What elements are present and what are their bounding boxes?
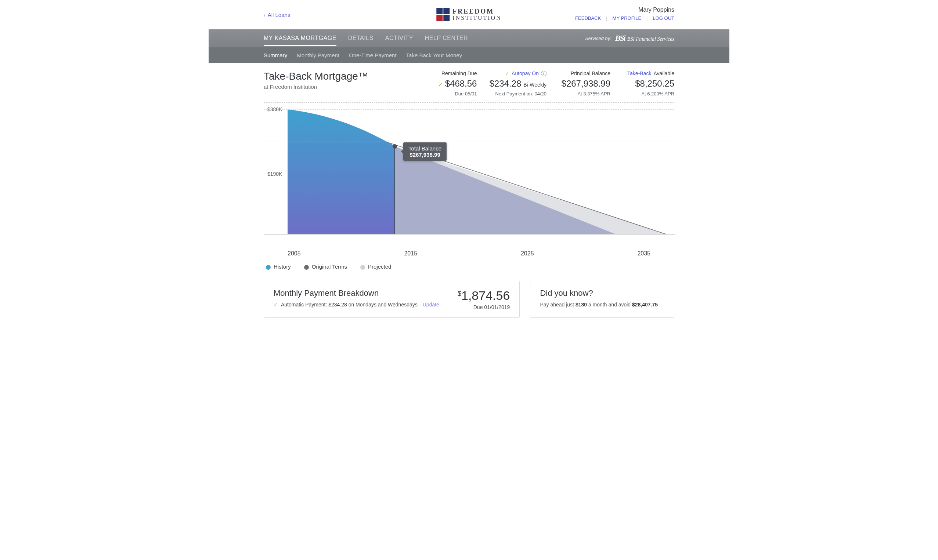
- subtab-one-time-payment[interactable]: One-Time Payment: [349, 52, 396, 58]
- update-autopay-link[interactable]: Update: [423, 302, 439, 308]
- summary-header: Take-Back Mortgage™ at Freedom Instituti…: [264, 68, 674, 103]
- topbar: ‹ All Loans FREEDOM INSTITUTION Mary Pop…: [208, 0, 730, 29]
- tab-my-kasasa-mortgage[interactable]: MY KASASA MORTGAGE: [264, 30, 336, 46]
- check-icon: ✓: [274, 302, 278, 308]
- feedback-link[interactable]: FEEDBACK: [575, 15, 601, 21]
- subtab-summary[interactable]: Summary: [264, 52, 287, 58]
- serviced-label: Serviced by:: [585, 35, 611, 41]
- card-did-you-know: Did you know? Pay ahead just $130 a mont…: [530, 281, 674, 318]
- legend-item-projected: Projected: [360, 263, 391, 270]
- legend-item-history: History: [266, 263, 291, 270]
- subtab-monthly-payment[interactable]: Monthly Payment: [297, 52, 339, 58]
- brand-mark-icon: [436, 8, 449, 21]
- tooltip-value: $267,938.99: [409, 152, 441, 158]
- balance-chart: $380K $190K: [264, 106, 674, 245]
- log-out-link[interactable]: LOG OUT: [653, 15, 674, 21]
- chart-svg: [264, 106, 675, 238]
- breakdown-due: Due 01/01/2019: [458, 304, 510, 310]
- x-tick: 2025: [521, 250, 534, 257]
- tab-help-center[interactable]: HELP CENTER: [425, 30, 468, 46]
- back-all-loans-link[interactable]: ‹ All Loans: [264, 12, 290, 18]
- breakdown-heading: Monthly Payment Breakdown: [274, 288, 439, 298]
- user-block: Mary Poppins FEEDBACK | MY PROFILE | LOG…: [575, 7, 674, 21]
- brand-line1: FREEDOM: [452, 8, 501, 15]
- check-icon: ✓: [438, 81, 443, 88]
- autopay-link[interactable]: Autopay On: [512, 71, 539, 76]
- chart-legend: History Original Terms Projected: [266, 263, 674, 270]
- stat-remaining-due: Remaining Due ✓$468.56 Due 05/01: [425, 71, 477, 97]
- back-label: All Loans: [268, 12, 290, 18]
- legend-item-original: Original Terms: [304, 263, 347, 270]
- info-icon[interactable]: i: [541, 71, 546, 76]
- tooltip-title: Total Balance: [409, 145, 441, 152]
- page-title: Take-Back Mortgage™: [264, 71, 369, 82]
- brand-line2: INSTITUTION: [452, 15, 501, 21]
- auto-payment-text: Automatic Payment: $234.28 on Mondays an…: [281, 302, 418, 308]
- take-back-link[interactable]: Take-Back: [627, 71, 651, 76]
- x-tick: 2035: [637, 250, 650, 257]
- card-monthly-breakdown: Monthly Payment Breakdown ✓ Automatic Pa…: [264, 281, 520, 318]
- sub-nav: Summary Monthly Payment One-Time Payment…: [208, 47, 730, 63]
- x-tick: 2005: [288, 250, 301, 257]
- tab-details[interactable]: DETAILS: [348, 30, 373, 46]
- tab-activity[interactable]: ACTIVITY: [385, 30, 413, 46]
- chart-tooltip: Total Balance $267,938.99: [403, 142, 447, 161]
- tip-text: Pay ahead just $130 a month and avoid $2…: [540, 302, 664, 308]
- svg-point-4: [393, 144, 397, 149]
- separator: |: [646, 15, 648, 21]
- chevron-left-icon: ‹: [264, 12, 265, 18]
- user-name: Mary Poppins: [575, 7, 674, 13]
- chart-x-axis: 2005 2015 2025 2035: [288, 250, 650, 257]
- subtab-take-back[interactable]: Take Back Your Money: [406, 52, 462, 58]
- my-profile-link[interactable]: MY PROFILE: [612, 15, 642, 21]
- x-tick: 2015: [404, 250, 417, 257]
- serviced-by: Serviced by: BSiBSI Financial Services: [585, 29, 674, 47]
- stat-take-back: Take-Back Available $8,250.25 At 6.200% …: [623, 71, 674, 97]
- tip-heading: Did you know?: [540, 288, 664, 298]
- stat-principal-balance: Principal Balance $267,938.99 At 3.375% …: [559, 71, 610, 97]
- stat-autopay: ✓ Autopay On i $234.28Bi-Weekly Next Pay…: [489, 71, 546, 97]
- breakdown-amount: $1,874.56 Due 01/01/2019: [458, 288, 510, 310]
- brand-logo: FREEDOM INSTITUTION: [436, 8, 501, 21]
- check-icon: ✓: [505, 71, 509, 76]
- main-nav: MY KASASA MORTGAGE DETAILS ACTIVITY HELP…: [208, 29, 730, 47]
- separator: |: [606, 15, 607, 21]
- page-subtitle: at Freedom Institution: [264, 84, 369, 90]
- bsi-logo-icon: BSiBSI Financial Services: [615, 34, 674, 42]
